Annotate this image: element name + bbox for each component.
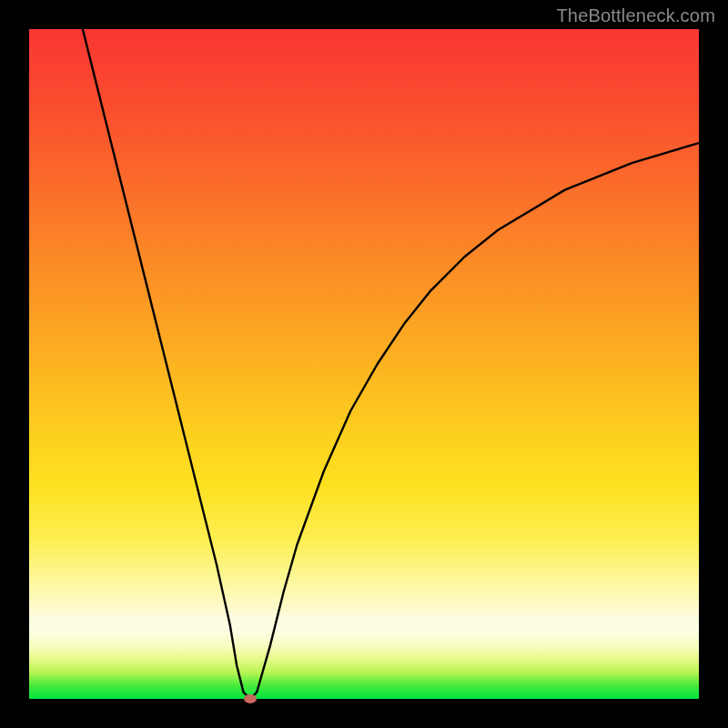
watermark-text: TheBottleneck.com	[556, 5, 715, 26]
bottleneck-curve	[83, 29, 699, 699]
plot-area	[29, 29, 699, 699]
minimum-marker	[244, 694, 257, 703]
chart-frame: TheBottleneck.com	[0, 0, 728, 728]
curve-svg	[29, 29, 699, 699]
